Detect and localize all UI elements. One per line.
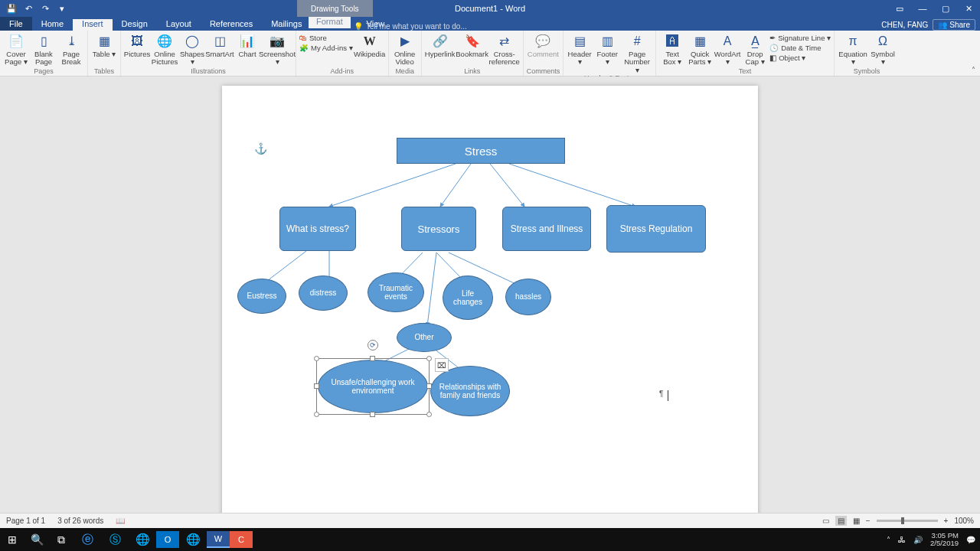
store-button[interactable]: 🛍Store (299, 34, 327, 42)
tray-network-icon[interactable]: 🖧 (898, 536, 906, 544)
save-icon[interactable]: 💾 (6, 3, 17, 14)
tell-me-search[interactable]: 💡 Tell me what you want to do... (354, 22, 467, 31)
pictures-icon: 🖼 (128, 32, 146, 51)
view-web-icon[interactable]: ▦ (853, 517, 860, 525)
notifications-icon[interactable]: 💬 (966, 536, 975, 544)
tab-design[interactable]: Design (113, 19, 157, 31)
equation-button[interactable]: πEquation ▾ (838, 32, 868, 67)
chart-button[interactable]: 📊Chart (234, 32, 260, 58)
tab-insert[interactable]: Insert (73, 19, 113, 31)
tab-file[interactable]: File (0, 17, 32, 31)
undo-icon[interactable]: ↶ (23, 3, 34, 14)
view-print-icon[interactable]: ▤ (835, 516, 847, 526)
start-button[interactable]: ⊞ (0, 528, 24, 551)
qat-dropdown-icon[interactable]: ▾ (57, 3, 67, 14)
taskbar-outlook[interactable]: O (156, 531, 179, 548)
ribbon-display-icon[interactable]: ▭ (888, 0, 911, 17)
taskbar-chrome-1[interactable]: 🌐 (129, 528, 156, 551)
footer-button[interactable]: ▥Footer ▾ (594, 32, 620, 67)
screenshot-button[interactable]: 📷Screenshot ▾ (262, 32, 292, 67)
view-read-icon[interactable]: ▭ (822, 517, 829, 525)
status-words[interactable]: 3 of 26 words (57, 517, 103, 525)
online-video-button[interactable]: ▶Online Video (392, 32, 418, 67)
shape-stress-regulation[interactable]: Stress Regulation (606, 205, 706, 253)
wikipedia-button[interactable]: WWikipedia (354, 32, 385, 58)
search-icon[interactable]: 🔍 (24, 528, 49, 551)
tab-format[interactable]: Format (309, 17, 351, 28)
tray-volume-icon[interactable]: 🔊 (913, 536, 923, 544)
addins-icon: 🧩 (299, 44, 309, 52)
status-page[interactable]: Page 1 of 1 (6, 517, 45, 525)
layout-options-icon[interactable]: ⌧ (435, 358, 449, 372)
online-pictures-button[interactable]: 🌐Online Pictures (152, 32, 178, 67)
minimize-icon[interactable]: — (911, 0, 934, 17)
symbol-button[interactable]: ΩSymbol ▾ (870, 32, 896, 67)
tab-mailings[interactable]: Mailings (262, 19, 311, 31)
svg-line-3 (509, 164, 635, 207)
pictures-button[interactable]: 🖼Pictures (124, 32, 150, 58)
taskbar-word[interactable]: W (207, 531, 230, 548)
taskbar-ie[interactable]: ⓔ (74, 528, 101, 551)
signature-line-button[interactable]: ✒Signature Line ▾ (769, 34, 831, 42)
zoom-level[interactable]: 100% (954, 517, 974, 525)
quickparts-button[interactable]: ▦Quick Parts ▾ (687, 32, 713, 67)
taskbar-clock[interactable]: 3:05 PM 2/5/2019 (930, 532, 959, 547)
task-view-icon[interactable]: ⧉ (49, 528, 74, 551)
zoom-in-icon[interactable]: + (944, 517, 949, 525)
tab-home[interactable]: Home (32, 19, 73, 31)
my-addins-button[interactable]: 🧩My Add-ins ▾ (299, 44, 353, 52)
spellcheck-icon[interactable]: 📖 (116, 517, 125, 525)
taskbar-chrome-2[interactable]: 🌐 (179, 528, 207, 551)
crossref-button[interactable]: ⇄Cross-reference (489, 32, 520, 67)
hyperlink-button[interactable]: 🔗Hyperlink (425, 32, 456, 58)
comment-button[interactable]: 💬Comment (528, 32, 558, 58)
shape-life-changes[interactable]: Life changes (443, 276, 493, 320)
share-button[interactable]: 👥 Share (933, 19, 975, 31)
shape-traumatic-events[interactable]: Traumatic events (368, 272, 424, 312)
redo-icon[interactable]: ↷ (40, 3, 51, 14)
textbox-button[interactable]: 🅰Text Box ▾ (659, 32, 685, 67)
group-label-tables: Tables (94, 67, 114, 76)
tab-references[interactable]: References (201, 19, 262, 31)
contextual-tab-group: Drawing Tools (297, 0, 373, 17)
shape-hassles[interactable]: hassles (505, 279, 551, 315)
header-button[interactable]: ▤Header ▾ (567, 32, 593, 67)
taskbar-skype[interactable]: Ⓢ (101, 528, 129, 551)
wordart-icon: A (718, 32, 737, 51)
page-break-button[interactable]: ⤓Page Break (58, 32, 84, 67)
shape-distress[interactable]: distress (299, 276, 348, 311)
dropcap-button[interactable]: A̲Drop Cap ▾ (742, 32, 768, 67)
maximize-icon[interactable]: ▢ (934, 0, 957, 17)
close-icon[interactable]: ✕ (957, 0, 980, 17)
zoom-slider[interactable] (877, 520, 938, 522)
tray-chevron-icon[interactable]: ˄ (887, 536, 890, 544)
taskbar-camtasia[interactable]: C (230, 531, 253, 548)
shape-stress-illness[interactable]: Stress and Illness (502, 207, 591, 251)
shape-stressors[interactable]: Stressors (401, 207, 476, 251)
bookmark-button[interactable]: 🔖Bookmark (457, 32, 488, 58)
cover-page-button[interactable]: 📄Cover Page ▾ (3, 32, 29, 67)
document-area[interactable]: ⚓ (0, 77, 980, 513)
blank-page-button[interactable]: ▯Blank Page (31, 32, 57, 67)
tab-layout[interactable]: Layout (157, 19, 201, 31)
rotate-handle-icon[interactable]: ⟳ (368, 340, 378, 350)
shape-eustress[interactable]: Eustress (237, 279, 286, 314)
table-button[interactable]: ▦Table ▾ (91, 32, 117, 58)
smartart-button[interactable]: ◫SmartArt (207, 32, 233, 58)
zoom-out-icon[interactable]: − (866, 517, 871, 525)
shape-relationships[interactable]: Relationships with family and friends (430, 366, 510, 416)
user-name[interactable]: CHEN, FANG (881, 21, 928, 29)
text-cursor (668, 390, 668, 401)
shape-what-is-stress[interactable]: What is stress? (279, 207, 356, 251)
collapse-ribbon-icon[interactable]: ˄ (972, 66, 975, 74)
crossref-icon: ⇄ (495, 32, 514, 51)
object-button[interactable]: ◧Object ▾ (769, 54, 805, 62)
shape-other[interactable]: Other (397, 323, 452, 352)
wordart-button[interactable]: AWordArt ▾ (714, 32, 740, 67)
page-number-button[interactable]: #Page Number ▾ (622, 32, 652, 74)
shapes-button[interactable]: ◯Shapes ▾ (179, 32, 205, 67)
shape-root-stress[interactable]: Stress (397, 138, 565, 164)
page[interactable]: ⚓ (222, 86, 758, 513)
group-pages: 📄Cover Page ▾ ▯Blank Page ⤓Page Break Pa… (0, 31, 88, 76)
date-time-button[interactable]: 🕓Date & Time (769, 44, 821, 52)
